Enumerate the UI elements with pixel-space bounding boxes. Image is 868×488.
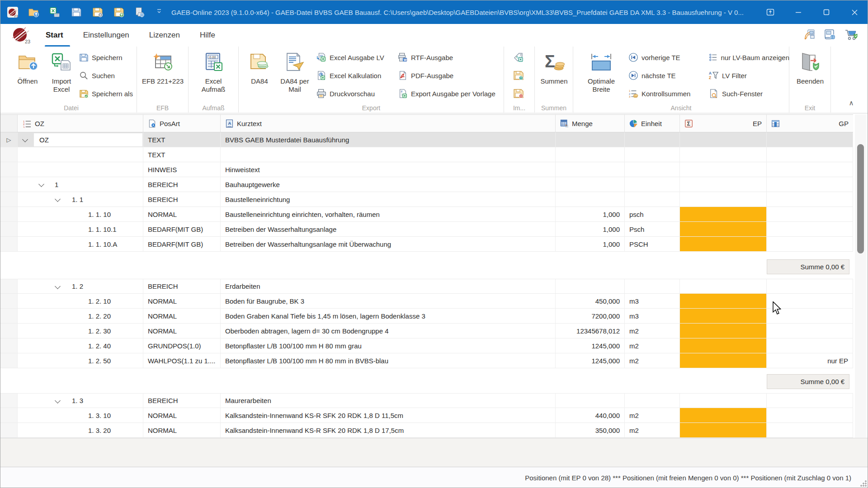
cell-gp[interactable] [767,294,853,309]
open-button[interactable]: Öffnen [10,49,45,85]
cell-menge[interactable] [556,177,625,192]
table-row[interactable]: 1. 3. 10NORMALKalksandstein-Innenwand KS… [0,408,853,423]
cell-gp[interactable] [767,279,853,294]
druckvorschau-button[interactable]: Druckvorschau [316,84,396,103]
cell-oz[interactable]: 1. 2. 20 [18,309,143,324]
cell-posart[interactable]: HINWEIS [143,162,221,177]
tab-einstellungen[interactable]: Einstellungen [83,31,129,40]
cell-einheit[interactable]: m2 [625,353,680,368]
cell-menge[interactable] [556,192,625,207]
row-gutter[interactable] [0,222,18,237]
row-gutter[interactable]: ▷ [0,132,18,147]
cell-oz[interactable]: 1. 1. 10.A [18,237,143,252]
cell-ep[interactable] [680,192,767,207]
cell-menge[interactable] [556,162,625,177]
column-header-kurztext[interactable]: A Kurztext [221,115,556,132]
oz-edit-cell[interactable]: OZ [34,133,142,146]
cell-gp[interactable] [767,147,853,162]
row-gutter[interactable] [0,162,18,177]
da84-mail-button[interactable]: DA84 per Mail [276,49,314,94]
open-folder-icon[interactable] [28,6,40,18]
cell-kurztext[interactable]: Hinweistext [221,162,556,177]
cell-einheit[interactable]: m2 [625,324,680,338]
cell-ep[interactable] [680,207,767,222]
cell-oz[interactable]: 1. 2. 30 [18,324,143,338]
cell-kurztext[interactable]: Betonpflaster L/B 100/100 mm H 80 mm gra… [221,338,556,353]
cell-ep[interactable] [680,353,767,368]
cell-ep[interactable] [680,279,767,294]
app-logo-icon[interactable]: 23 [7,6,19,18]
cell-kurztext[interactable]: BVBS GAEB Musterdatei Bauausführung [221,132,556,147]
cell-oz[interactable]: OZ [18,132,143,147]
cell-menge[interactable]: 1,000 [556,237,625,252]
table-row[interactable]: 1. 2. 20NORMALBoden Graben Kanal Tiefe b… [0,309,853,324]
excel-aufmass-button[interactable]: 0.00 Excel Aufmaß [195,49,231,94]
table-row[interactable]: 1. 2. 50WAHLPOS(1.1 zu 1....Betonpflaste… [0,353,853,368]
cell-menge[interactable]: 1245,000 [556,338,625,353]
cell-oz[interactable]: 1 [18,177,143,192]
cell-ep[interactable] [680,408,767,423]
import-tag-button[interactable]: € [513,48,531,66]
row-gutter[interactable] [0,408,18,423]
minimize-button[interactable] [784,0,812,24]
row-gutter[interactable] [0,279,18,294]
save-icon[interactable] [71,6,82,18]
cell-gp[interactable] [767,324,853,338]
close-button[interactable] [840,0,868,24]
cell-gp[interactable] [767,162,853,177]
save-button[interactable]: Speichern [79,48,136,66]
cell-einheit[interactable] [625,162,680,177]
print-document-icon[interactable] [134,6,146,18]
quick-access-dropdown-icon[interactable] [156,8,162,16]
tab-hilfe[interactable]: Hilfe [200,31,215,40]
table-row[interactable]: 1. 3. 20NORMALKalksandstein-Innenwand KS… [0,423,853,438]
scrollbar-thumb[interactable] [857,144,864,253]
da84-button[interactable]: DA84 [245,49,274,85]
import-save-red-button[interactable] [513,84,531,103]
cell-einheit[interactable]: m2 [625,338,680,353]
row-gutter[interactable] [0,423,18,438]
table-row[interactable]: 1. 1. 10.1BEDARF(MIT GB)Betreiben der Wa… [0,222,853,237]
ribbon-collapse-button[interactable]: ∧ [842,97,860,109]
cell-gp[interactable]: nur EP [767,353,853,368]
cell-posart[interactable]: BEREICH [143,279,221,294]
table-row[interactable]: 1BEREICHBauhauptgewerke [0,177,853,192]
cell-menge[interactable]: 450,000 [556,294,625,309]
cell-ep[interactable] [680,324,767,338]
cell-oz[interactable]: 1. 3 [18,394,143,408]
row-gutter[interactable] [0,353,18,368]
row-gutter[interactable] [0,309,18,324]
cell-einheit[interactable] [625,177,680,192]
cell-einheit[interactable]: m2 [625,408,680,423]
table-row[interactable]: ▷OZTEXTBVBS GAEB Musterdatei Bauausführu… [0,132,853,147]
cell-kurztext[interactable]: Baustelleneinrichtung einrichten, vorhal… [221,207,556,222]
cell-kurztext[interactable]: Betonpflaster L/B 100/100 mm H 80 mm in … [221,353,556,368]
import-save-green-button[interactable]: T [513,66,531,84]
table-row[interactable]: 1. 1BEREICHBaustelleneinrichtung [0,192,853,207]
cell-oz[interactable]: 1. 3. 10 [18,408,143,423]
row-gutter[interactable] [0,294,18,309]
cell-posart[interactable]: NORMAL [143,309,221,324]
cell-oz[interactable] [18,147,143,162]
cell-posart[interactable]: BEREICH [143,394,221,408]
handbook-icon[interactable] [823,28,837,43]
table-row[interactable]: 1. 2BEREICHErdarbeiten [0,279,853,294]
cell-kurztext[interactable]: Bauhauptgewerke [221,177,556,192]
tree-collapse-chevron-icon[interactable] [22,136,28,142]
row-gutter[interactable] [0,394,18,408]
table-row[interactable]: 1. 1. 10NORMALBaustelleneinrichtung einr… [0,207,853,222]
cell-gp[interactable] [767,309,853,324]
cell-ep[interactable] [680,132,767,147]
row-gutter[interactable] [0,192,18,207]
cell-posart[interactable]: NORMAL [143,408,221,423]
cell-oz[interactable]: 1. 3. 20 [18,423,143,438]
table-row[interactable]: 1. 2. 30NORMALOberboden abtragen, lagern… [0,324,853,338]
cell-ep[interactable] [680,394,767,408]
cell-menge[interactable]: 440,000 [556,408,625,423]
pdf-ausgabe-button[interactable]: PDF-Ausgabe [398,66,502,84]
nur-lv-baum-button[interactable]: nur LV-Baum anzeigen [709,48,789,66]
cell-gp[interactable] [767,177,853,192]
import-excel-button[interactable]: Import Excel [46,49,77,94]
cell-menge[interactable]: 1,000 [556,207,625,222]
cell-einheit[interactable]: m3 [625,309,680,324]
